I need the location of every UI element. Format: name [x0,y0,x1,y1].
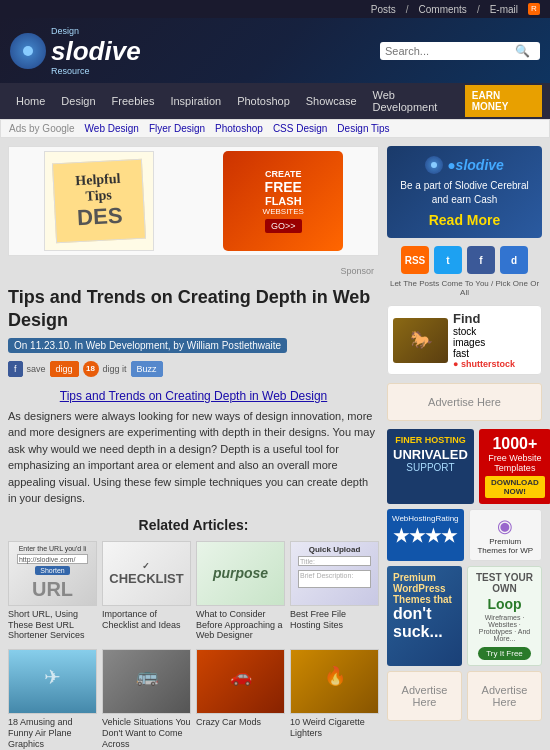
related-caption-web: What to Consider Before Approaching a We… [196,609,285,641]
nav-photoshop[interactable]: Photoshop [229,89,298,113]
bottom-thumb-car: 🚗 [196,649,285,714]
banner-go[interactable]: GO>> [265,219,302,233]
ads-design-tips[interactable]: Design Tips [337,123,389,134]
related-caption-upload: Best Free File Hosting Sites [290,609,379,631]
nav-earn[interactable]: EARN MONEY [465,85,542,117]
hosting-block: FINER HOSTING UNRIVALED SUPPORT [387,429,474,504]
premthemes-block: ◉ Premium Themes for WP [469,509,542,561]
wp-block: Premium WordPress Themes that don't suck… [387,566,462,666]
share-buttons: f save digg 18 digg it Buzz [8,361,379,377]
hosting-templates-row: FINER HOSTING UNRIVALED SUPPORT 1000+ Fr… [387,429,542,504]
related-thumb-web: purpose [196,541,285,606]
rss-icon[interactable]: RSS [401,246,429,274]
bottom-item-car: 🚗 Crazy Car Mods [196,649,285,749]
webhosting-block: WebHostingRating ★★★★ [387,509,464,561]
loop-items: Wireframes · Websites · Prototypes · And… [473,614,536,642]
nav-showcase[interactable]: Showcase [298,89,365,113]
related-thumb-check: ✓ CHECKLIST [102,541,191,606]
hosting-support: SUPPORT [393,462,468,473]
twitter-icon[interactable]: t [434,246,462,274]
sidebar-read-more[interactable]: Read More [397,212,532,228]
wp-loop-row: Premium WordPress Themes that don't suck… [387,566,542,666]
logo-text-group: Design slodive Resource [51,26,141,76]
top-rss-icon[interactable]: R [528,3,540,15]
logo: Design slodive Resource [10,26,141,76]
top-email-link[interactable]: E-mail [490,4,518,15]
banner-area: Helpful Tips DES CREATE FREE FLASH WEBSI… [8,146,379,256]
related-item-url: Enter the URL you'd li http://slodive.co… [8,541,97,641]
ads-css-design[interactable]: CSS Design [273,123,327,134]
nav-design[interactable]: Design [53,89,103,113]
url-shortener-widget: Enter the URL you'd li http://slodive.co… [9,541,96,605]
advertise-box-2: Advertise Here [387,671,462,721]
webhosting-label: WebHostingRating [392,514,459,523]
main-layout: Helpful Tips DES CREATE FREE FLASH WEBSI… [0,138,550,750]
url-big-text: URL [32,578,73,601]
facebook-icon[interactable]: f [467,246,495,274]
share-facebook-btn[interactable]: f [8,361,23,377]
ads-label: Ads by Google [9,123,75,134]
banner-left: Helpful Tips DES [44,151,154,251]
top-comments-link[interactable]: Comments [419,4,467,15]
ads-photoshop[interactable]: Photoshop [215,123,263,134]
shutter-stock: stock [453,326,515,337]
logo-name: slodive [51,36,141,66]
social-icons-row: RSS t f d [387,246,542,274]
delicious-icon[interactable]: d [500,246,528,274]
share-buzz-btn[interactable]: Buzz [131,361,163,377]
social-label: Let The Posts Come To You / Pick One Or … [387,279,542,297]
bottom-item-lighter: 🔥 10 Weird Cigarette Lighters [290,649,379,749]
banner-right: CREATE FREE FLASH WEBSITES GO>> [223,151,343,251]
sponsor-tag: Sponsor [8,264,379,278]
bottom-thumb-vehicle: 🚌 [102,649,191,714]
templates-download-btn[interactable]: DOWNLOAD NOW! [485,476,545,498]
webhosting-themes-row: WebHostingRating ★★★★ ◉ Premium Themes f… [387,509,542,561]
ads-flyer-design[interactable]: Flyer Design [149,123,205,134]
web-big-text: purpose [208,560,273,586]
article-link[interactable]: Tips and Trends on Creating Depth in Web… [8,389,379,403]
banner-create: CREATE [265,169,301,179]
related-caption-check: Importance of Checklist and Ideas [102,609,191,631]
nav-freebies[interactable]: Freebies [104,89,163,113]
related-caption-url: Short URL, Using These Best URL Shortene… [8,609,97,641]
templates-count: 1000+ [485,435,545,453]
upload-desc-input: Brief Description: [298,570,371,588]
templates-block: 1000+ Free Website Templates DOWNLOAD NO… [479,429,550,504]
nav-webdev[interactable]: Web Development [365,83,465,119]
loop-block: TEST YOUR OWN Loop Wireframes · Websites… [467,566,542,666]
save-label: save [27,364,46,374]
sidebar-logo-text: ●slodive [447,157,504,173]
sidebar-slodive-text: Be a part of Slodive Cerebral and earn C… [397,179,532,207]
ads-web-design[interactable]: Web Design [85,123,139,134]
webhosting-rating-stars: ★★★★ [392,525,459,547]
upload-title: Quick Upload [309,545,361,554]
header: Design slodive Resource 🔍 [0,18,550,83]
loop-test-label: TEST YOUR OWN [473,572,536,594]
search-input[interactable] [385,45,515,57]
banner-flash: FLASH [265,195,302,207]
shorten-button[interactable]: Shorten [35,566,70,575]
loop-try-btn[interactable]: Try It Free [478,647,531,660]
sidebar-logo-icon [425,156,443,174]
article-title: Tips and Trends on Creating Depth in Web… [8,286,379,333]
main-nav: Home Design Freebies Inspiration Photosh… [0,83,550,119]
shutter-images: images [453,337,515,348]
nav-home[interactable]: Home [8,89,53,113]
top-posts-link[interactable]: Posts [371,4,396,15]
search-icon[interactable]: 🔍 [515,44,530,58]
shutter-find: Find [453,311,515,326]
related-item-upload: Quick Upload Title: Brief Description: B… [290,541,379,641]
share-digg-btn[interactable]: digg [50,361,79,377]
banner-websites: WEBSITES [263,207,304,216]
sidebar-logo-row: ●slodive [397,156,532,174]
advertise-row: Advertise Here Advertise Here [387,671,542,721]
logo-design-label: Design [51,26,141,36]
related-title: Related Articles: [8,517,379,533]
shutter-brand: ● shutterstock [453,359,515,369]
article-meta: On 11.23.10. In Web Development, by Will… [8,338,287,353]
nav-inspiration[interactable]: Inspiration [162,89,229,113]
hosting-unrivaled: UNRIVALED [393,447,468,462]
content-area: Helpful Tips DES CREATE FREE FLASH WEBSI… [8,146,379,750]
logo-dot [23,46,33,56]
shutter-text: Find stock images fast ● shutterstock [453,311,515,369]
